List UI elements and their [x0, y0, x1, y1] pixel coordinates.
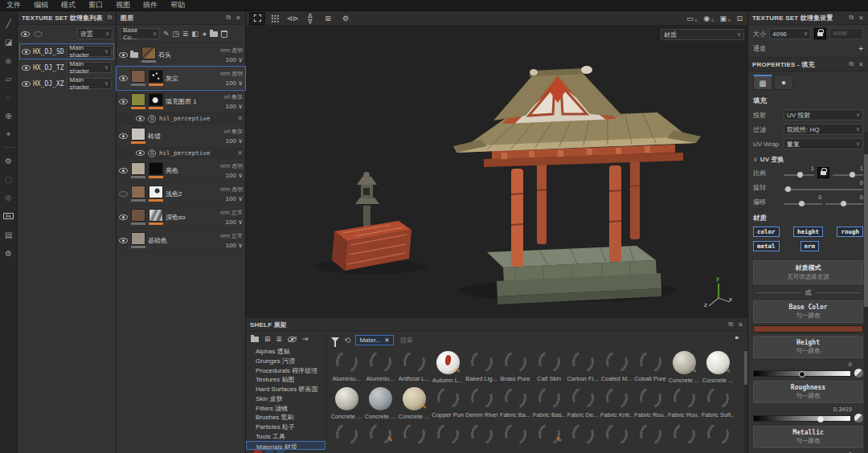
eye-icon[interactable] [136, 150, 145, 156]
eye-icon[interactable] [119, 99, 128, 104]
add-channel-icon[interactable]: + [858, 44, 863, 53]
eraser-tool-icon[interactable]: ◪ [2, 36, 15, 47]
material-tile[interactable]: ✎ [532, 420, 566, 445]
material-tile[interactable] [600, 420, 633, 445]
layer-row[interactable]: 填充图层 1 vrl 叠加100 ∨ [117, 90, 245, 113]
close-panel-icon[interactable]: ✕ [858, 61, 864, 68]
float-panel-icon[interactable]: ⧉ [226, 14, 231, 22]
material-tile[interactable]: Carbon Fi... [566, 348, 600, 384]
eye-icon[interactable] [119, 168, 128, 173]
right-panel-scrollbar[interactable] [864, 132, 868, 453]
document-icon[interactable]: ▤ [2, 229, 15, 240]
material-tile[interactable] [667, 420, 701, 445]
shelf-category-tools[interactable]: Tools 工具 [246, 431, 326, 441]
height-button[interactable]: Height 匀一颜色 [753, 336, 863, 358]
smart-material-icon[interactable]: ◕ [202, 30, 206, 38]
symmetry-y-icon[interactable]: ⊲⊳ [304, 10, 317, 27]
channel-color-chip[interactable]: color [753, 226, 780, 237]
shader-dropdown[interactable]: Main shader∨ [67, 46, 112, 57]
material-tile[interactable]: ✎Concrete ... [397, 384, 431, 420]
eye-icon[interactable] [22, 81, 31, 87]
material-tile[interactable]: Aluminiu... [330, 348, 363, 384]
visibility-toggle-icon[interactable] [34, 31, 43, 37]
float-panel-icon[interactable]: ⧉ [849, 60, 854, 68]
scale-y-slider[interactable]: 1 [833, 167, 863, 178]
base-color-button[interactable]: Base Color 匀一颜色 [753, 300, 863, 323]
symmetry-x-icon[interactable]: ⊲⊳ [285, 12, 301, 25]
polygon-fill-tool-icon[interactable]: ▱ [2, 73, 15, 84]
material-tile[interactable]: Cobalt Pure [633, 348, 667, 384]
visibility-all-icon[interactable] [21, 31, 30, 37]
smudge-tool-icon[interactable]: ◌ [2, 92, 15, 103]
channel-nrm-chip[interactable]: nrm [800, 241, 820, 251]
float-panel-icon[interactable]: ⧉ [108, 14, 113, 22]
settings-gear-icon[interactable]: ⚙ [2, 155, 15, 166]
material-tile[interactable]: Denim Rivet [465, 384, 498, 420]
layer-row[interactable]: 砖缝 vrl 叠加100 ∨ [117, 124, 245, 148]
material-tile[interactable] [498, 420, 532, 445]
import-resources-icon[interactable]: ⇥ [302, 335, 309, 343]
tab-material-properties[interactable]: ▦ [753, 75, 772, 90]
eye-icon[interactable] [22, 49, 31, 55]
filter-funnel-icon[interactable] [331, 337, 339, 342]
uv-grid-icon[interactable] [267, 12, 283, 25]
layer-row[interactable]: 基础色 nrm 正常100 ∨ [117, 229, 245, 252]
menu-plugins[interactable]: 插件 [143, 0, 158, 10]
texture-set-row[interactable]: HX_DJ_SD Main shader∨ [20, 44, 113, 59]
metallic-button[interactable]: Metallic 匀一颜色 [753, 426, 863, 448]
axis-gizmo[interactable]: y z x [704, 280, 733, 309]
material-tile[interactable]: Fabric Soft... [701, 384, 735, 420]
material-tile[interactable] [465, 420, 498, 445]
offset-y-slider[interactable]: 0 [825, 196, 864, 207]
material-tile[interactable] [701, 420, 735, 445]
scale-x-slider[interactable]: 1 [784, 167, 814, 178]
add-folder-icon[interactable] [210, 31, 218, 37]
layer-row[interactable]: 深色so nrm 正常100 ∨ [117, 206, 245, 229]
refresh-icon[interactable]: ⟲ [344, 336, 350, 345]
shelf-category-filters[interactable]: Filters 滤镜 [246, 403, 326, 413]
eye-icon[interactable] [119, 238, 128, 243]
material-tile[interactable]: Fabric Knit... [600, 384, 633, 420]
uv-transform-section[interactable]: ∨UV 变换 [748, 151, 868, 165]
menu-file[interactable]: 文件 [6, 0, 21, 10]
eye-icon[interactable] [119, 214, 128, 220]
add-fill-layer-icon[interactable]: ◳ [173, 30, 180, 38]
viewport-3d-scene[interactable] [246, 26, 747, 318]
channel-rough-chip[interactable]: rough [837, 226, 863, 237]
material-tile[interactable]: ✎ [363, 420, 397, 445]
material-tile[interactable]: ✎Autumn L... [431, 348, 465, 384]
color-picker-tool-icon[interactable]: ⌖ [2, 129, 15, 140]
projection-tool-icon[interactable]: ◉ [2, 55, 15, 66]
material-tile[interactable]: Fabric Rou... [633, 384, 667, 420]
roughness-slider[interactable] [753, 414, 863, 422]
layer-effect-row[interactable]: S hsl_perceptive ✕ [117, 148, 245, 159]
offset-x-slider[interactable]: 0 [784, 196, 822, 207]
material-tile[interactable]: Baked Lig... [465, 348, 498, 384]
shader-dropdown[interactable]: Main shader∨ [67, 78, 112, 89]
channel-height-chip[interactable]: height [793, 226, 823, 237]
eye-off-icon[interactable] [119, 191, 128, 197]
tab-sphere-preview[interactable]: ● [774, 75, 793, 90]
material-tile[interactable]: Fabric Rou... [667, 384, 701, 420]
shelf-category-procedurals[interactable]: Procedurals 程序纹理 [246, 365, 326, 375]
base-color-swatch[interactable] [753, 325, 863, 333]
screenshot-camera-icon[interactable]: ⊡ [736, 14, 743, 22]
camera-settings-icon[interactable]: ⚙ [2, 192, 15, 203]
material-tile[interactable]: Aluminiu... [363, 348, 397, 384]
shelf-category-materials[interactable]: Materials 材质 [246, 441, 326, 451]
filter-tag[interactable]: Mater... ✕ [355, 335, 393, 345]
camera-mode-icon[interactable]: ▣∨ [720, 14, 731, 22]
hide-resources-icon[interactable] [288, 337, 297, 342]
material-tile[interactable]: Calf Skin [532, 348, 566, 384]
material-tile[interactable]: Fabric De... [566, 384, 600, 420]
shelf-category-particles[interactable]: Particles 粒子 [246, 422, 326, 431]
brush-tool-icon[interactable]: ╱ [2, 18, 15, 29]
layer-row-selected[interactable]: 灰尘 nrm 透明100 ∨ [117, 67, 245, 90]
menu-mode[interactable]: 模式 [61, 0, 76, 10]
display-settings-icon[interactable]: ▢ [2, 173, 15, 185]
grayscale-knob-icon[interactable] [854, 369, 863, 378]
remove-effect-icon[interactable]: ✕ [237, 115, 243, 122]
uv-wrap-dropdown[interactable]: 重复∨ [784, 138, 863, 149]
preferences-gear-icon[interactable]: ⚙ [2, 247, 15, 259]
material-tile[interactable] [431, 420, 465, 445]
